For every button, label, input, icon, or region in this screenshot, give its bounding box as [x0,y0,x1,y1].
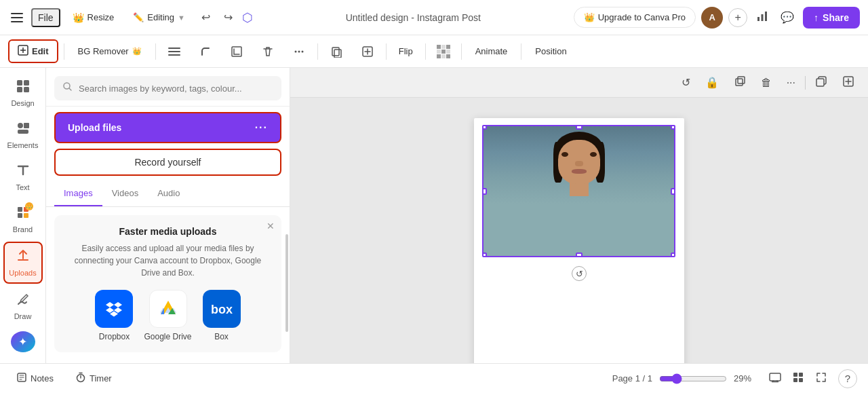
add-collaborator-button[interactable]: + [728,8,747,27]
resize-button[interactable]: 👑 Resize [66,9,121,26]
elements-icon [16,121,31,139]
timer-icon [75,372,86,385]
expand-view-button[interactable] [811,369,831,389]
comments-button[interactable]: 💬 [777,7,797,27]
bg-remover-crown-icon: 👑 [132,47,142,56]
canvas-area[interactable]: ↺ 🔒 🗑 ··· [290,68,868,363]
redo-button[interactable]: ↪ [220,7,237,28]
handle-top-right[interactable] [671,125,675,130]
handle-top-mid[interactable] [576,125,583,130]
search-input[interactable] [79,83,273,94]
sidebar-item-elements[interactable]: Elements [3,115,43,155]
svg-rect-1 [762,14,764,21]
analytics-button[interactable] [753,7,772,29]
handle-bottom-mid[interactable] [576,252,583,257]
upgrade-button[interactable]: 👑 Upgrade to Canva Pro [574,7,696,28]
grid-view-button[interactable] [788,369,808,389]
svg-rect-24 [24,213,28,218]
share-icon: ↑ [814,12,818,23]
left-panel: Upload files ··· Record yourself Images … [46,68,290,363]
desktop-view-button[interactable] [765,369,785,389]
handle-bottom-right[interactable] [671,252,675,257]
crop-button[interactable] [224,41,250,62]
add-to-canvas-button[interactable] [355,41,380,62]
design-label: Design [11,99,34,107]
help-button[interactable]: ? [838,369,857,388]
separator [64,43,64,60]
tab-videos[interactable]: Videos [102,181,149,206]
lines-icon-button[interactable] [161,41,187,62]
flip-button[interactable]: Flip [392,42,420,60]
upgrade-crown-icon: 👑 [584,12,595,22]
search-icon [62,81,73,95]
box-label: Box [214,332,229,341]
hamburger-menu[interactable] [8,10,26,25]
pencil-icon: ✏️ [133,12,144,22]
corner-radius-button[interactable] [193,41,218,62]
scrollbar[interactable] [285,234,288,332]
box-app[interactable]: box Box [203,290,241,341]
close-card-button[interactable]: ✕ [267,221,275,231]
add-canvas-button[interactable] [837,72,860,94]
separator-6 [461,43,462,60]
copy-style-button[interactable] [323,41,349,62]
text-label: Text [16,183,29,191]
timer-button[interactable]: Timer [70,369,117,388]
chevron-down-icon: ▼ [178,14,185,22]
uploads-icon [16,248,31,267]
rotate-button[interactable]: ↺ [676,73,696,92]
sidebar-item-brand[interactable]: 👑 Brand [3,200,43,239]
sidebar-item-design[interactable]: Design [3,73,43,113]
dropbox-app[interactable]: Dropbox [95,290,133,341]
bg-remover-button[interactable]: BG Remover 👑 [70,42,150,60]
svg-rect-12 [334,50,341,58]
google-drive-app[interactable]: Google Drive [144,290,191,341]
media-tabs: Images Videos Audio [46,181,290,207]
file-menu-button[interactable]: File [31,8,60,27]
duplicate-button[interactable] [728,72,751,94]
undo-button[interactable]: ↩ [197,7,214,28]
tab-images[interactable]: Images [54,181,102,206]
delete-canvas-button[interactable]: 🗑 [755,73,777,92]
ai-assistant-button[interactable]: ✦ [11,331,35,352]
canvas-page[interactable]: ↺ [474,118,684,363]
sidebar-item-draw[interactable]: Draw [3,286,43,326]
sidebar-item-uploads[interactable]: Uploads [3,242,43,284]
delete-button[interactable] [255,41,281,62]
avatar[interactable]: A [701,7,723,29]
handle-bottom-left[interactable] [482,252,487,257]
separator-4 [386,43,387,60]
more-options-button[interactable] [286,41,312,62]
ellipsis-button[interactable]: ··· [781,73,801,92]
handle-mid-right[interactable] [671,188,675,195]
faster-media-title: Faster media uploads [65,226,271,237]
tab-audio[interactable]: Audio [148,181,189,206]
view-buttons [765,369,831,389]
rotate-handle[interactable]: ↺ [572,266,587,281]
notes-button[interactable]: Notes [11,369,59,388]
zoom-label: 29% [734,373,758,383]
edit-button[interactable]: Edit [8,39,58,63]
editing-mode-button[interactable]: ✏️ Editing ▼ [126,9,192,26]
share-button[interactable]: ↑ Share [803,7,860,29]
brand-label: Brand [13,225,33,233]
sidebar-item-text[interactable]: Text [3,157,43,197]
transparency-button[interactable] [431,41,456,62]
canvas-image-element[interactable] [482,125,675,257]
ai-icon: ✦ [18,335,27,348]
lock-button[interactable]: 🔒 [700,73,724,92]
secondary-toolbar: Edit BG Remover 👑 [0,35,868,68]
copy-canvas-button[interactable] [810,72,833,94]
animate-button[interactable]: Animate [467,42,516,60]
upload-files-button[interactable]: Upload files ··· [54,112,281,143]
bottom-bar-right: Page 1 / 1 29% [612,369,857,389]
position-button[interactable]: Position [527,42,574,60]
box-icon: box [203,290,241,328]
record-yourself-button[interactable]: Record yourself [54,149,281,176]
canvas-wrapper: ↺ + Add page [474,118,684,363]
handle-mid-left[interactable] [482,188,487,195]
handle-top-left[interactable] [482,125,487,130]
search-input-wrap[interactable] [54,76,281,100]
zoom-slider[interactable] [659,373,727,384]
draw-label: Draw [14,312,32,320]
